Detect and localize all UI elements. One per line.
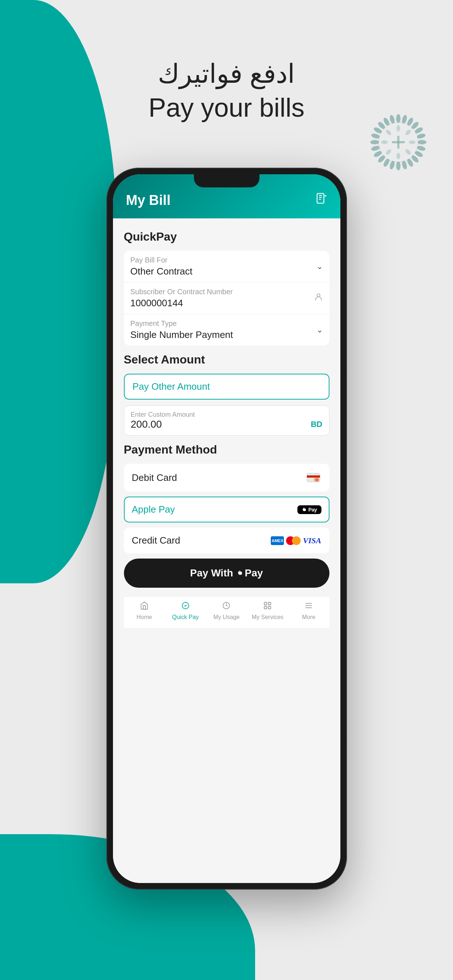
phone-screen: My Bill QuickPay Pay Bill For bbox=[113, 174, 340, 883]
visa-logo: VISA bbox=[303, 536, 321, 546]
more-icon bbox=[304, 601, 313, 612]
svg-point-29 bbox=[396, 153, 400, 159]
custom-amount-label: Enter Custom Amount bbox=[131, 411, 323, 418]
custom-amount-row: 200.00 BD bbox=[131, 418, 323, 430]
phone-outer: My Bill QuickPay Pay Bill For bbox=[106, 168, 347, 889]
quickpay-form-card: Pay Bill For Other Contract ⌄ Subscriber… bbox=[124, 251, 329, 345]
subscriber-number-label: Subscriber Or Contract Number bbox=[130, 288, 323, 296]
nav-quickpay-label: Quick Pay bbox=[172, 614, 199, 620]
svg-point-30 bbox=[385, 148, 392, 156]
svg-point-19 bbox=[370, 140, 379, 145]
svg-rect-45 bbox=[264, 606, 267, 609]
rosette-decoration bbox=[366, 110, 431, 175]
svg-point-25 bbox=[396, 125, 400, 132]
usage-icon bbox=[222, 601, 231, 612]
apple-pay-option[interactable]: Apple Pay Pay bbox=[124, 496, 329, 522]
payment-type-value: Single Number Payment bbox=[130, 329, 233, 340]
svg-point-26 bbox=[405, 129, 412, 136]
svg-point-7 bbox=[418, 140, 426, 145]
svg-point-28 bbox=[405, 148, 412, 156]
pay-bill-for-label: Pay Bill For bbox=[130, 256, 323, 264]
subscriber-number-value: 1000000144 bbox=[130, 298, 183, 309]
svg-point-13 bbox=[396, 162, 401, 170]
nav-services-label: My Services bbox=[252, 614, 283, 620]
pay-bill-for-field[interactable]: Pay Bill For Other Contract ⌄ bbox=[124, 251, 329, 283]
payment-method-title: Payment Method bbox=[124, 443, 329, 457]
quickpay-nav-icon bbox=[181, 601, 190, 612]
currency-badge: BD bbox=[311, 420, 323, 429]
services-icon bbox=[263, 601, 272, 612]
mastercard-logo bbox=[286, 536, 300, 546]
pay-button-text-prefix: Pay With bbox=[190, 567, 233, 579]
quickpay-title: QuickPay bbox=[124, 230, 329, 243]
nav-item-more[interactable]: More bbox=[288, 601, 329, 620]
dropdown-arrow-icon: ⌄ bbox=[316, 262, 323, 271]
custom-amount-field[interactable]: Enter Custom Amount 200.00 BD bbox=[124, 406, 329, 436]
svg-rect-38 bbox=[307, 476, 320, 477]
pay-button-text-suffix: Pay bbox=[245, 567, 263, 579]
select-amount-title: Select Amount bbox=[124, 353, 329, 366]
apple-pay-button-icon: Pay bbox=[237, 567, 263, 579]
nav-item-home[interactable]: Home bbox=[124, 601, 165, 620]
debit-card-icon bbox=[305, 471, 321, 484]
subscriber-number-field[interactable]: Subscriber Or Contract Number 1000000144 bbox=[124, 283, 329, 314]
svg-rect-34 bbox=[392, 141, 405, 143]
apple-pay-label: Apple Pay bbox=[132, 504, 175, 515]
credit-card-label: Credit Card bbox=[132, 535, 180, 546]
nav-home-label: Home bbox=[137, 614, 153, 620]
svg-rect-46 bbox=[268, 606, 271, 609]
phone-notch bbox=[194, 174, 259, 188]
svg-point-27 bbox=[409, 140, 415, 144]
credit-card-icons: AMEX VISA bbox=[271, 536, 321, 546]
svg-point-36 bbox=[317, 294, 320, 297]
credit-card-option[interactable]: Credit Card AMEX VISA bbox=[124, 528, 329, 554]
nav-item-services[interactable]: My Services bbox=[247, 601, 288, 620]
svg-rect-44 bbox=[268, 602, 271, 605]
svg-rect-43 bbox=[264, 602, 267, 605]
arabic-heading: ادفع فواتيرك bbox=[0, 58, 453, 89]
person-icon bbox=[314, 293, 323, 304]
svg-point-40 bbox=[314, 478, 318, 482]
pay-other-amount-option[interactable]: Pay Other Amount bbox=[124, 374, 329, 399]
debit-card-label: Debit Card bbox=[132, 472, 177, 484]
svg-rect-35 bbox=[317, 194, 324, 204]
nav-item-quickpay[interactable]: Quick Pay bbox=[165, 601, 206, 620]
bottom-navigation: Home Quick Pay bbox=[124, 597, 329, 628]
svg-point-1 bbox=[396, 114, 401, 123]
pay-with-apple-pay-button[interactable]: Pay With Pay bbox=[124, 558, 329, 588]
receipt-icon bbox=[316, 192, 327, 207]
screen-content: QuickPay Pay Bill For Other Contract ⌄ S… bbox=[113, 218, 340, 883]
pay-bill-for-value: Other Contract bbox=[130, 266, 193, 277]
svg-point-31 bbox=[381, 140, 388, 144]
nav-item-usage[interactable]: My Usage bbox=[206, 601, 247, 620]
phone-mockup: My Bill QuickPay Pay Bill For bbox=[106, 168, 347, 889]
nav-usage-label: My Usage bbox=[213, 614, 240, 620]
payment-type-label: Payment Type bbox=[130, 320, 323, 328]
dropdown-arrow-icon-2: ⌄ bbox=[316, 325, 323, 335]
nav-more-label: More bbox=[302, 614, 315, 620]
home-icon bbox=[140, 601, 149, 612]
custom-amount-value: 200.00 bbox=[131, 418, 162, 430]
svg-point-32 bbox=[385, 129, 392, 136]
screen-title: My Bill bbox=[126, 192, 170, 208]
debit-card-option[interactable]: Debit Card bbox=[124, 464, 329, 492]
amex-logo: AMEX bbox=[271, 536, 284, 545]
payment-type-field[interactable]: Payment Type Single Number Payment ⌄ bbox=[124, 314, 329, 345]
apple-pay-icon: Pay bbox=[297, 505, 321, 514]
